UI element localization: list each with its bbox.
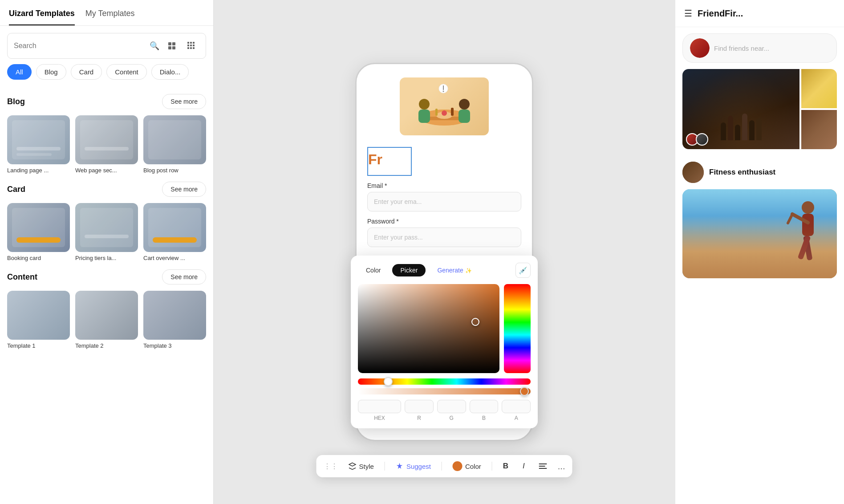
g-input[interactable]: 112 bbox=[437, 400, 466, 413]
hex-value-group: D77028 HEX bbox=[358, 400, 401, 421]
italic-button[interactable]: I bbox=[519, 460, 528, 472]
svg-rect-34 bbox=[798, 235, 811, 260]
bold-button[interactable]: B bbox=[499, 460, 512, 472]
template-card[interactable]: Pricing tiers la... bbox=[75, 203, 138, 261]
right-content: Find friends near... bbox=[675, 27, 844, 504]
editor-toolbar: ⋮⋮ Style Suggest Color B I bbox=[316, 455, 572, 477]
color-button[interactable]: Color bbox=[449, 459, 485, 473]
g-value-group: 112 G bbox=[437, 400, 466, 421]
color-picker-panel: Color Picker Generate ✨ 💉 bbox=[351, 256, 538, 428]
separator bbox=[385, 462, 385, 471]
a-input[interactable]: 100 bbox=[502, 400, 531, 413]
color-gradient-box[interactable] bbox=[358, 284, 499, 373]
chip-all[interactable]: All bbox=[7, 64, 32, 80]
suggest-button[interactable]: Suggest bbox=[392, 460, 434, 472]
svg-point-25 bbox=[443, 91, 444, 92]
svg-rect-4 bbox=[187, 42, 189, 44]
section-title-content: Content bbox=[7, 272, 37, 282]
grid-large-icon[interactable] bbox=[183, 38, 199, 54]
form-title-partial: Fr bbox=[367, 147, 412, 176]
tabs-header: Uizard Templates My Templates bbox=[0, 0, 213, 26]
svg-rect-30 bbox=[802, 214, 814, 236]
template-thumb bbox=[7, 291, 70, 340]
tab-my-templates[interactable]: My Templates bbox=[85, 9, 135, 25]
template-grid-blog: Landing page ... Web page sec... Blog po… bbox=[7, 115, 206, 174]
section-header-blog: Blog See more bbox=[7, 94, 206, 109]
svg-line-32 bbox=[788, 214, 792, 223]
app-title: FriendFir... bbox=[698, 8, 743, 19]
collage-avatars bbox=[686, 133, 708, 146]
svg-rect-18 bbox=[459, 110, 470, 123]
chip-content[interactable]: Content bbox=[106, 64, 147, 80]
template-label: Web page sec... bbox=[75, 167, 138, 174]
template-card[interactable]: Landing page ... bbox=[7, 115, 70, 174]
template-thumb bbox=[143, 291, 206, 340]
svg-rect-2 bbox=[168, 46, 171, 49]
tab-uizard-templates[interactable]: Uizard Templates bbox=[9, 9, 75, 25]
style-button[interactable]: Style bbox=[345, 460, 377, 472]
see-more-content[interactable]: See more bbox=[162, 269, 206, 285]
password-input[interactable]: Enter your pass... bbox=[367, 228, 521, 247]
alpha-slider[interactable] bbox=[358, 388, 531, 394]
grid-small-icon[interactable] bbox=[164, 38, 180, 54]
r-value-group: 215 R bbox=[405, 400, 434, 421]
template-thumb bbox=[75, 203, 138, 252]
grid-icons bbox=[164, 38, 199, 54]
more-options-button[interactable]: ... bbox=[558, 461, 565, 471]
a-label: A bbox=[515, 415, 518, 421]
right-header: ☰ FriendFir... bbox=[675, 0, 844, 27]
email-label: Email * bbox=[367, 182, 521, 189]
chip-blog[interactable]: Blog bbox=[36, 64, 66, 80]
see-more-blog[interactable]: See more bbox=[162, 94, 206, 109]
b-value-group: 40 B bbox=[470, 400, 499, 421]
svg-rect-8 bbox=[190, 45, 192, 46]
template-card[interactable]: Booking card bbox=[7, 203, 70, 261]
color-swatch-icon bbox=[453, 461, 463, 471]
chip-card[interactable]: Card bbox=[71, 64, 102, 80]
hue-thumb[interactable] bbox=[384, 377, 393, 386]
phone-illustration bbox=[357, 64, 532, 140]
template-card[interactable]: Web page sec... bbox=[75, 115, 138, 174]
gradient-cursor[interactable] bbox=[471, 318, 479, 326]
template-card[interactable]: Template 1 bbox=[7, 291, 70, 349]
color-gradient-area bbox=[358, 284, 531, 373]
template-card[interactable]: Template 3 bbox=[143, 291, 206, 349]
search-bar-container: 🔍 bbox=[7, 33, 206, 59]
side-image-1 bbox=[801, 69, 837, 108]
chip-dialog[interactable]: Dialo... bbox=[151, 64, 189, 80]
hue-slider[interactable] bbox=[358, 378, 531, 385]
separator bbox=[492, 462, 492, 471]
user-avatar bbox=[690, 38, 710, 58]
email-input[interactable]: Enter your ema... bbox=[367, 192, 521, 211]
svg-rect-9 bbox=[193, 45, 195, 46]
hamburger-icon[interactable]: ☰ bbox=[684, 8, 692, 19]
tab-generate[interactable]: Generate ✨ bbox=[429, 264, 479, 276]
template-label: Booking card bbox=[7, 255, 70, 261]
alpha-thumb[interactable] bbox=[520, 387, 529, 396]
hex-input[interactable]: D77028 bbox=[358, 400, 401, 413]
password-label: Password * bbox=[367, 218, 521, 225]
r-input[interactable]: 215 bbox=[405, 400, 434, 413]
template-card[interactable]: Template 2 bbox=[75, 291, 138, 349]
slider-area bbox=[358, 378, 531, 394]
tab-color[interactable]: Color bbox=[358, 264, 389, 276]
search-icon: 🔍 bbox=[150, 41, 159, 51]
align-button[interactable] bbox=[536, 461, 551, 471]
svg-rect-12 bbox=[193, 47, 195, 49]
template-card[interactable]: Blog post row bbox=[143, 115, 206, 174]
template-card[interactable]: Cart overview ... bbox=[143, 203, 206, 261]
illustration-image bbox=[400, 77, 489, 135]
search-input[interactable] bbox=[14, 42, 145, 50]
separator bbox=[442, 462, 442, 471]
template-label: Pricing tiers la... bbox=[75, 255, 138, 261]
svg-rect-11 bbox=[190, 47, 192, 49]
find-friends-input[interactable]: Find friends near... bbox=[714, 45, 769, 52]
b-input[interactable]: 40 bbox=[470, 400, 499, 413]
eyedropper-button[interactable]: 💉 bbox=[515, 263, 531, 278]
collage-grid bbox=[682, 69, 837, 149]
middle-panel: Fr Email * Enter your ema... Password * … bbox=[214, 0, 675, 504]
tab-picker[interactable]: Picker bbox=[392, 264, 426, 276]
svg-rect-22 bbox=[435, 109, 438, 116]
see-more-card[interactable]: See more bbox=[162, 182, 206, 197]
fitness-avatar bbox=[682, 162, 704, 183]
